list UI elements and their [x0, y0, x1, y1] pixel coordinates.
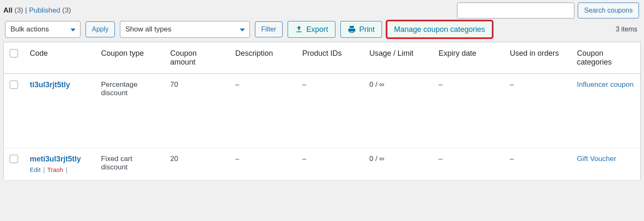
col-categories[interactable]: Coupon categories: [571, 42, 641, 74]
cell-type: Fixed cart discount: [95, 148, 164, 180]
col-expiry[interactable]: Expiry date: [433, 42, 504, 74]
print-icon: [348, 25, 356, 34]
filter-published-label: Published: [29, 6, 60, 14]
cell-used-in: –: [504, 74, 571, 148]
cell-usage: 0 / ∞: [364, 148, 433, 180]
filter-all[interactable]: All (3): [3, 6, 25, 14]
print-label: Print: [359, 25, 375, 34]
type-filter-label: Show all types: [125, 25, 171, 34]
row-action-trash[interactable]: Trash: [47, 166, 63, 173]
cell-amount: 70: [164, 74, 229, 148]
cell-product-ids: –: [296, 148, 364, 180]
coupon-code-link[interactable]: ti3ul3rjt5tly: [30, 81, 70, 89]
coupon-category-link[interactable]: Influencer coupon: [577, 81, 634, 88]
filter-all-count: (3): [14, 6, 23, 14]
cell-usage: 0 / ∞: [364, 74, 433, 148]
print-button[interactable]: Print: [340, 21, 382, 38]
cell-amount: 20: [164, 148, 229, 180]
col-description[interactable]: Description: [229, 42, 296, 74]
row-action-edit[interactable]: Edit: [30, 166, 41, 173]
filter-button[interactable]: Filter: [255, 21, 283, 37]
export-icon: [295, 25, 303, 34]
col-type[interactable]: Coupon type: [95, 42, 164, 74]
table-row: ti3ul3rjt5tly Percentage discount 70 – –…: [4, 74, 641, 148]
cell-used-in: –: [504, 148, 571, 180]
export-label: Export: [306, 25, 328, 34]
row-checkbox[interactable]: [10, 155, 18, 163]
cell-expiry: –: [433, 148, 504, 180]
col-usage[interactable]: Usage / Limit: [364, 42, 433, 74]
search-input[interactable]: [457, 3, 574, 18]
type-filter-select[interactable]: Show all types: [120, 21, 250, 38]
filter-published-count: (3): [62, 6, 71, 14]
col-amount[interactable]: Coupon amount: [164, 42, 229, 74]
coupon-code-link[interactable]: meti3ul3rjt5tly: [30, 155, 81, 163]
select-all-checkbox[interactable]: [10, 49, 18, 57]
col-product-ids[interactable]: Product IDs: [296, 42, 364, 74]
cell-type: Percentage discount: [95, 74, 164, 148]
export-button[interactable]: Export: [288, 21, 335, 38]
cell-product-ids: –: [296, 74, 364, 148]
coupons-table: Code Coupon type Coupon amount Descripti…: [3, 42, 641, 180]
col-code[interactable]: Code: [24, 42, 95, 74]
search-button[interactable]: Search coupons: [578, 3, 639, 18]
apply-button[interactable]: Apply: [86, 21, 115, 37]
filter-all-label: All: [3, 6, 13, 14]
view-filter-bar: All (3) | Published (3): [3, 6, 71, 15]
cell-description: –: [229, 74, 296, 148]
bulk-actions-label: Bulk actions: [10, 25, 49, 34]
col-used-in[interactable]: Used in orders: [504, 42, 571, 74]
items-count: 3 items: [615, 26, 639, 33]
coupon-category-link[interactable]: Gift Voucher: [577, 155, 616, 163]
row-actions: Edit | Trash |: [30, 166, 89, 173]
cell-description: –: [229, 148, 296, 180]
row-checkbox[interactable]: [10, 81, 18, 89]
filter-published[interactable]: Published (3): [29, 6, 71, 14]
bulk-actions-select[interactable]: Bulk actions: [5, 21, 80, 38]
manage-categories-label: Manage coupon categories: [394, 25, 485, 34]
cell-expiry: –: [433, 74, 504, 148]
manage-categories-button[interactable]: Manage coupon categories: [387, 21, 492, 38]
table-row: meti3ul3rjt5tly Edit | Trash | Fixed car…: [4, 148, 641, 180]
